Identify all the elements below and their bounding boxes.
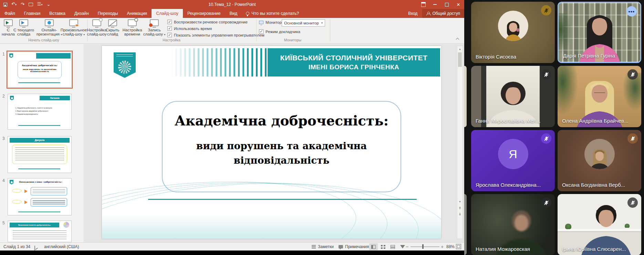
mic-muted-icon[interactable] [541,197,551,208]
zoom-slider-track[interactable] [411,246,439,247]
hide-slide-button[interactable]: Скрытьслайд [105,19,121,36]
current-slide[interactable]: КИЇВСЬКИЙ СТОЛИЧНИЙ УНІВЕРСИТЕТ ІМЕНІ БО… [102,46,441,239]
scrollbar-thumb[interactable] [458,52,462,67]
slide-title: Академічна доброчесність: [163,113,401,129]
tab-design[interactable]: Дизайн [70,9,93,18]
group-label-start-slideshow: Начать слайд-шоу [21,38,66,42]
minimize-button[interactable] [429,0,441,9]
decorative-icon [63,222,69,228]
powerpoint-window: ↶▾ ↷ ☰▾ ⌄ 10.Тема_12 - PowerPoint ✕ Файл… [0,0,464,251]
person-icon [426,12,430,16]
zoom-slider-thumb[interactable] [422,244,424,249]
share-button[interactable]: Общий доступ [422,9,464,18]
scroll-up-icon[interactable]: ▲ [457,47,463,52]
participant-name: Олена Андріївна Брайчев... [562,118,629,124]
custom-slideshow-button[interactable]: Произвольноеслайд-шоу ▾ [58,19,90,37]
close-button[interactable]: ✕ [453,0,464,9]
participant-tile[interactable]: Вікторія Сисоєва [471,2,555,63]
mic-muted-icon[interactable] [627,197,638,208]
video-call-panel: Вікторія Сисоєва ••• Дарія Петрівна Гурі… [464,0,644,255]
slide-subtitle: види порушень та академічна відповідальн… [163,139,401,168]
group-label-setup: Настройка [149,38,194,42]
tab-file[interactable]: Файл [0,9,20,18]
checkbox-use-timings[interactable]: Использовать время [167,26,212,31]
status-bar: Слайд 1 из 34 английский (США) Заметки П… [0,242,464,251]
tab-slideshow[interactable]: Слайд-шоу [152,9,183,18]
checkbox-checked-icon [167,33,172,37]
zoom-percentage[interactable]: 88% [446,243,455,251]
rehearse-timings-button[interactable]: Настройкавремени [121,19,143,36]
tell-me-label: Что вы хотите сделать? [251,11,299,16]
mic-muted-icon[interactable] [627,69,638,80]
thumbnail-slide-1[interactable]: Академічна доброчесність: види порушень … [8,52,72,88]
thumbnail-number: 1 [2,52,7,57]
restore-button[interactable] [441,0,453,9]
ribbon-display-options-button[interactable] [417,0,429,9]
collapse-ribbon-icon[interactable] [456,37,459,41]
participant-tile[interactable]: ••• Дарія Петрівна Гуріна [558,2,641,63]
comment-icon [339,245,343,248]
bottom-black-strip [0,251,464,255]
tab-review[interactable]: Рецензирование [183,9,225,18]
record-slideshow-button[interactable]: Записьслайд-шоу ▾ [143,19,166,37]
slide-sorter-view-button[interactable] [379,243,387,250]
record-slideshow-icon [150,19,159,26]
notes-toggle[interactable]: Заметки [312,243,334,251]
zoom-in-button[interactable]: + [441,243,444,251]
participant-name: Наталия Можаровская [476,246,530,252]
letter-avatar: Я [498,139,528,169]
tab-transitions[interactable]: Переходы [93,9,123,18]
participant-tile[interactable]: Оксана Богданівна Верб... [558,130,641,191]
monitor-icon [259,21,263,24]
window-title: 10.Тема_12 - PowerPoint [0,0,464,9]
from-current-slide-button[interactable]: С текущегослайда [12,19,35,36]
vertical-scrollbar[interactable]: ▲ ▼ ↟ ↡ [457,46,463,239]
participant-tile[interactable]: Ганна Мирославівна Мел... [471,66,555,127]
mic-muted-icon[interactable] [541,5,551,16]
checkbox-play-narrations[interactable]: Воспроизвести речевое сопровождение [167,20,248,24]
normal-view-button[interactable] [369,243,378,250]
cutoff-tile-sliver [464,66,467,127]
monitor-label-row: Монитор: [259,20,283,24]
sign-in-link[interactable]: Вход [403,11,422,16]
thumbnail-slide-3[interactable]: Джерела [8,136,72,173]
checkbox-checked-icon [167,20,172,24]
mic-muted-icon[interactable] [627,133,638,144]
avatar [498,11,528,41]
next-slide-button[interactable]: ↡ [457,211,463,217]
fit-slide-to-window-button[interactable] [456,244,461,249]
thumbnail-slide-5[interactable]: Визначення поняття «доброчесність» [8,221,72,242]
mic-muted-icon[interactable] [541,133,551,144]
slide-thumbnail-panel: 1 Академічна доброчесність: види порушен… [0,44,84,242]
tell-me-box[interactable]: Что вы хотите сделать? [242,9,303,18]
checkbox-show-media-controls[interactable]: Показать элементы управления проигрывате… [167,33,264,37]
thumbnail-slide-4[interactable]: Походження слова «доброчесність» [8,178,72,215]
present-online-icon [45,19,54,26]
checkbox-presenter-view[interactable]: Режим докладчика [259,29,300,34]
avatar [584,139,615,169]
zoom-out-button[interactable]: − [406,243,409,251]
more-options-icon[interactable]: ••• [626,6,637,17]
notes-page-icon[interactable] [34,243,35,251]
university-header: КИЇВСЬКИЙ СТОЛИЧНИЙ УНІВЕРСИТЕТ ІМЕНІ БО… [268,48,440,76]
participant-tile[interactable]: Я Ярослава Олександрівна... [471,130,555,191]
thumbnail-slide-2[interactable]: Питання 1. Академічна доброчесність: пон… [8,94,72,130]
checkbox-checked-icon [167,26,172,31]
tab-animations[interactable]: Анимация [122,9,152,18]
screen: ↶▾ ↷ ☰▾ ⌄ 10.Тема_12 - PowerPoint ✕ Файл… [0,0,644,255]
participant-tile[interactable]: Ірина Юріївна Слюсарен... [558,194,641,255]
tab-view[interactable]: Вид [225,9,242,18]
chevron-down-icon: ▾ [321,21,323,24]
participant-tile[interactable]: Наталия Можаровская [471,194,555,255]
monitor-dropdown[interactable]: Основной монитор ▾ [282,19,325,27]
tab-home[interactable]: Главная [20,9,45,18]
participant-tile[interactable]: Олена Андріївна Брайчев... [558,66,641,127]
scroll-down-icon[interactable]: ▼ [457,199,463,204]
mic-muted-icon[interactable] [541,69,551,80]
previous-slide-button[interactable]: ↟ [457,205,463,211]
comments-toggle[interactable]: Примечания [339,243,369,251]
reading-view-button[interactable] [388,243,397,250]
tab-insert[interactable]: Вставка [45,9,70,18]
thumbnail-number: 4 [2,178,7,183]
language-indicator[interactable]: английский (США) [44,243,79,251]
